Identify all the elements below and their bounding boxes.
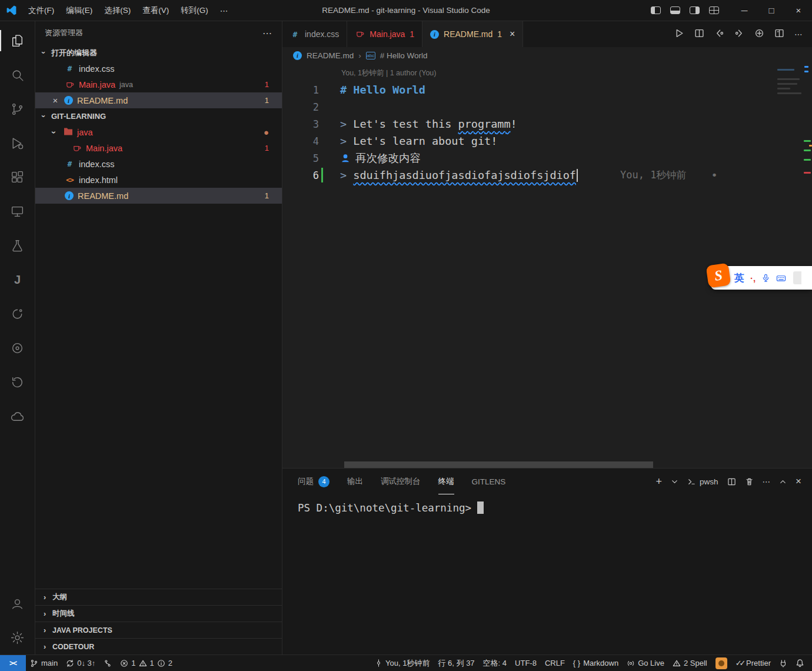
tree-item-active[interactable]: i README.md 1	[35, 188, 282, 204]
docker-cloud-icon[interactable]	[0, 399, 35, 433]
panel-tab-terminal[interactable]: 终端	[438, 469, 454, 494]
tab-index-css[interactable]: # index.css	[282, 21, 347, 47]
open-editors-header[interactable]: › 打开的编辑器	[35, 45, 282, 61]
panel-more-icon[interactable]: ⋯	[763, 477, 771, 486]
extension-orange-item[interactable]	[711, 655, 731, 671]
codelens-annotation[interactable]: You, 1秒钟前 | 1 author (You)	[341, 68, 436, 78]
kill-terminal-icon[interactable]	[745, 477, 754, 486]
search-icon[interactable]	[0, 58, 35, 92]
horizontal-scrollbar[interactable]	[282, 461, 812, 468]
open-editor-item[interactable]: # index.css	[35, 61, 282, 77]
branch-item[interactable]: main	[26, 655, 62, 671]
terminal-dropdown-icon[interactable]	[671, 478, 678, 486]
prev-change-icon[interactable]	[714, 28, 724, 40]
go-live-item[interactable]: Go Live	[623, 655, 668, 671]
menu-selection[interactable]: 选择(S)	[98, 3, 137, 18]
terminal-output[interactable]: PS D:\git\note\git-learning>	[282, 494, 812, 655]
menu-more-icon[interactable]: ⋯	[214, 4, 234, 18]
close-icon[interactable]: ×	[51, 95, 60, 105]
notifications-bell-icon[interactable]	[791, 655, 808, 671]
remote-indicator[interactable]: ><	[0, 655, 26, 671]
section-timeline[interactable]: › 时间线	[35, 605, 282, 622]
minimize-button[interactable]: ─	[731, 0, 758, 21]
project-root-header[interactable]: › GIT-LEARNING	[35, 108, 282, 124]
tree-item[interactable]: <> index.html	[35, 172, 282, 188]
tab-main-java[interactable]: Main.java 1	[347, 21, 422, 47]
remote-explorer-icon[interactable]	[0, 194, 35, 228]
open-preview-icon[interactable]	[694, 28, 704, 40]
language-mode-item[interactable]: { } Markdown	[569, 655, 623, 671]
split-editor-icon[interactable]	[774, 28, 784, 40]
ime-language-toggle[interactable]: 英	[734, 271, 744, 285]
cursor-position-item[interactable]: 行 6, 列 37	[434, 655, 478, 671]
menu-file[interactable]: 文件(F)	[22, 3, 60, 18]
section-codetour[interactable]: › CODETOUR	[35, 638, 282, 655]
account-icon[interactable]	[0, 586, 35, 620]
sidebar-more-icon[interactable]: ⋯	[262, 28, 272, 39]
menu-view[interactable]: 查看(V)	[137, 3, 175, 18]
tab-readme-md[interactable]: i README.md 1 ×	[422, 21, 523, 47]
toggle-sidebar-icon[interactable]	[651, 6, 661, 14]
run-debug-icon[interactable]	[0, 126, 35, 160]
code-editor[interactable]: You, 1秒钟前 | 1 author (You) 1 # Hello Wor…	[282, 64, 812, 461]
panel-tab-output[interactable]: 输出	[347, 469, 363, 494]
gitlens-compare-icon[interactable]	[754, 28, 764, 40]
problems-item[interactable]: 1 1 2	[116, 655, 177, 671]
minimap-line	[777, 88, 790, 89]
tree-folder-java[interactable]: › java ●	[35, 124, 282, 140]
section-java-projects[interactable]: › JAVA PROJECTS	[35, 622, 282, 638]
explorer-icon[interactable]	[0, 24, 35, 58]
gradle-icon[interactable]	[0, 297, 35, 331]
ime-toolbox-icon[interactable]	[793, 271, 801, 284]
run-file-icon[interactable]	[674, 28, 684, 40]
open-editor-item-active[interactable]: × i README.md 1	[35, 92, 282, 108]
maximize-button[interactable]: □	[758, 0, 785, 21]
extensions-icon[interactable]	[0, 160, 35, 194]
breadcrumb-file[interactable]: README.md	[307, 51, 354, 60]
breadcrumb-symbol[interactable]: # Hello World	[380, 51, 428, 60]
history-icon[interactable]	[0, 365, 35, 399]
tree-item[interactable]: # index.css	[35, 156, 282, 172]
gitlens-blame-item[interactable]: You, 1秒钟前	[371, 655, 434, 671]
split-terminal-icon[interactable]	[727, 477, 736, 486]
minimap[interactable]	[774, 66, 803, 94]
codetour-record-icon[interactable]	[0, 331, 35, 365]
settings-gear-icon[interactable]	[0, 620, 35, 655]
toggle-panel-icon[interactable]	[670, 6, 680, 14]
terminal-shell-item[interactable]: pwsh	[687, 477, 718, 486]
customize-layout-icon[interactable]	[709, 6, 719, 14]
panel-tab-gitlens[interactable]: GITLENS	[472, 469, 506, 494]
panel-tab-problems[interactable]: 问题 4	[298, 469, 330, 494]
sync-item[interactable]: 0↓ 3↑	[62, 655, 99, 671]
ime-mic-icon[interactable]	[761, 274, 770, 283]
ime-keyboard-icon[interactable]	[776, 274, 786, 283]
tab-close-icon[interactable]: ×	[510, 29, 515, 39]
spell-checker-item[interactable]: 2 Spell	[668, 655, 711, 671]
eol-item[interactable]: CRLF	[541, 655, 569, 671]
prettier-item[interactable]: ✓✓ Prettier	[731, 655, 775, 671]
indentation-item[interactable]: 空格: 4	[479, 655, 511, 671]
menu-edit[interactable]: 编辑(E)	[60, 3, 98, 18]
tree-item[interactable]: Main.java 1	[35, 140, 282, 156]
close-button[interactable]: ×	[785, 0, 812, 21]
new-terminal-icon[interactable]: +	[656, 476, 663, 488]
next-change-icon[interactable]	[734, 28, 744, 40]
source-control-icon[interactable]	[0, 92, 35, 126]
menu-goto[interactable]: 转到(G)	[175, 3, 214, 18]
line-number: 1	[282, 84, 319, 96]
plug-item[interactable]	[775, 655, 791, 671]
open-editor-item[interactable]: Main.java java 1	[35, 77, 282, 92]
more-actions-icon[interactable]: ⋯	[794, 29, 803, 39]
java-extension-icon[interactable]: J	[0, 263, 35, 297]
sogou-logo-icon[interactable]: S	[706, 263, 731, 288]
toggle-secondary-sidebar-icon[interactable]	[690, 6, 700, 14]
maximize-panel-icon[interactable]	[779, 478, 787, 486]
scm-graph-icon[interactable]	[99, 655, 116, 671]
scrollbar-thumb[interactable]	[344, 461, 653, 468]
encoding-item[interactable]: UTF-8	[511, 655, 541, 671]
close-panel-icon[interactable]: ×	[796, 476, 801, 487]
panel-tab-debug-console[interactable]: 调试控制台	[381, 469, 421, 494]
ime-punctuation-icon[interactable]: ·,	[750, 273, 756, 283]
section-outline[interactable]: › 大纲	[35, 589, 282, 605]
test-beaker-icon[interactable]	[0, 228, 35, 263]
